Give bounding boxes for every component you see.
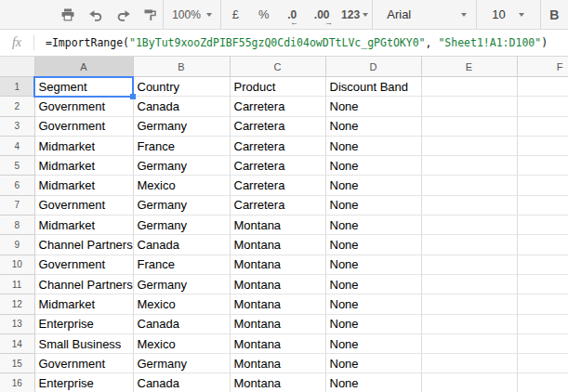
cell[interactable]: Government xyxy=(34,116,133,136)
cell[interactable]: Canada xyxy=(133,373,230,392)
row-header[interactable]: 2 xyxy=(0,97,34,116)
column-header-d[interactable]: D xyxy=(325,57,421,77)
cell[interactable]: Midmarket xyxy=(34,156,133,176)
cell[interactable] xyxy=(517,373,568,392)
undo-button[interactable] xyxy=(83,0,111,29)
cell[interactable]: Montana xyxy=(230,333,325,353)
font-size-dropdown[interactable]: 10 xyxy=(477,0,540,29)
cell[interactable]: Germany xyxy=(133,216,230,235)
cell[interactable] xyxy=(421,176,517,195)
increase-decimal-button[interactable]: .00 → xyxy=(306,0,337,29)
cell[interactable] xyxy=(421,294,517,314)
cell[interactable]: Montana xyxy=(230,255,325,274)
column-header-e[interactable]: E xyxy=(421,57,517,77)
cell[interactable]: Montana xyxy=(230,314,325,333)
cell[interactable] xyxy=(517,77,568,97)
row-header[interactable]: 6 xyxy=(0,176,34,195)
cell[interactable]: Enterprise xyxy=(34,314,133,333)
cell[interactable]: None xyxy=(325,314,421,333)
cell[interactable] xyxy=(517,314,568,333)
cell[interactable]: Small Business xyxy=(34,333,133,353)
cell[interactable]: None xyxy=(325,176,421,195)
print-button[interactable] xyxy=(53,0,82,29)
cell[interactable]: France xyxy=(133,136,230,155)
cell[interactable]: Carretera xyxy=(230,136,325,155)
cell[interactable]: Channel Partners xyxy=(34,274,133,294)
cell[interactable]: None xyxy=(325,373,421,392)
format-percent-button[interactable]: % xyxy=(249,0,277,29)
bold-button[interactable]: B xyxy=(540,0,568,29)
cell[interactable]: Discount Band xyxy=(325,77,421,97)
cell[interactable]: Government xyxy=(34,97,133,116)
row-header[interactable]: 8 xyxy=(0,216,34,235)
cell[interactable]: Segment xyxy=(34,77,133,97)
row-header[interactable]: 9 xyxy=(0,235,34,255)
row-header[interactable]: 15 xyxy=(0,354,34,373)
cell[interactable]: Carretera xyxy=(230,116,325,136)
cell[interactable]: Montana xyxy=(230,274,325,294)
cell[interactable]: None xyxy=(325,136,421,155)
cell[interactable] xyxy=(517,156,568,176)
cell[interactable] xyxy=(517,274,568,294)
cell[interactable]: Government xyxy=(34,255,133,274)
row-header[interactable]: 7 xyxy=(0,195,34,215)
formula-input[interactable]: =ImportRange("1ByTut9xooZdPIBF55gzQ0Cdi0… xyxy=(34,36,548,49)
cell[interactable] xyxy=(421,333,517,353)
cell[interactable]: Product xyxy=(230,77,325,97)
cell[interactable]: Montana xyxy=(230,373,325,392)
cell[interactable] xyxy=(421,354,517,373)
cell[interactable] xyxy=(517,354,568,373)
cell[interactable]: Carretera xyxy=(230,195,325,215)
cell[interactable]: Germany xyxy=(133,195,230,215)
row-header[interactable]: 11 xyxy=(0,274,34,294)
cell[interactable] xyxy=(517,255,568,274)
column-header-f[interactable]: F xyxy=(517,57,568,77)
cell[interactable]: Germany xyxy=(133,116,230,136)
cell[interactable]: Canada xyxy=(133,314,230,333)
cell[interactable] xyxy=(421,314,517,333)
cell[interactable]: Mexico xyxy=(133,333,230,353)
cell[interactable]: Midmarket xyxy=(34,176,133,195)
cell[interactable]: Montana xyxy=(230,294,325,314)
cell[interactable]: Montana xyxy=(230,354,325,373)
cell[interactable]: Canada xyxy=(133,235,230,255)
row-header[interactable]: 5 xyxy=(0,156,34,176)
row-header[interactable]: 13 xyxy=(0,314,34,333)
cell[interactable]: Midmarket xyxy=(34,136,133,155)
row-header[interactable]: 1 xyxy=(0,77,34,97)
cell[interactable] xyxy=(421,255,517,274)
select-all-corner[interactable] xyxy=(0,57,34,77)
cell[interactable] xyxy=(517,136,568,155)
cell[interactable]: None xyxy=(325,333,421,353)
row-header[interactable]: 10 xyxy=(0,255,34,274)
cell[interactable]: Government xyxy=(34,354,133,373)
cell[interactable] xyxy=(517,116,568,136)
row-header[interactable]: 14 xyxy=(0,333,34,353)
decrease-decimal-button[interactable]: .0 ← xyxy=(278,0,306,29)
cell[interactable] xyxy=(517,294,568,314)
cell[interactable] xyxy=(421,235,517,255)
cell[interactable]: Montana xyxy=(230,235,325,255)
row-header[interactable]: 12 xyxy=(0,294,34,314)
cell[interactable]: None xyxy=(325,116,421,136)
cell[interactable] xyxy=(421,156,517,176)
cell[interactable] xyxy=(421,97,517,116)
cell[interactable]: Germany xyxy=(133,354,230,373)
cell[interactable]: Government xyxy=(34,195,133,215)
cell[interactable]: Country xyxy=(133,77,230,97)
column-header-a[interactable]: A xyxy=(34,57,133,77)
row-header[interactable]: 16 xyxy=(0,373,34,392)
cell[interactable]: None xyxy=(325,216,421,235)
cell[interactable] xyxy=(517,195,568,215)
more-formats-dropdown[interactable]: 123 xyxy=(337,0,372,29)
cell[interactable]: Germany xyxy=(133,156,230,176)
format-currency-button[interactable]: £ xyxy=(221,0,249,29)
cell[interactable]: None xyxy=(325,294,421,314)
cell[interactable]: Germany xyxy=(133,274,230,294)
cell[interactable]: None xyxy=(325,274,421,294)
redo-button[interactable] xyxy=(110,0,138,29)
cell[interactable] xyxy=(421,216,517,235)
column-header-c[interactable]: C xyxy=(230,57,325,77)
cell[interactable]: Mexico xyxy=(133,176,230,195)
cell[interactable] xyxy=(421,274,517,294)
